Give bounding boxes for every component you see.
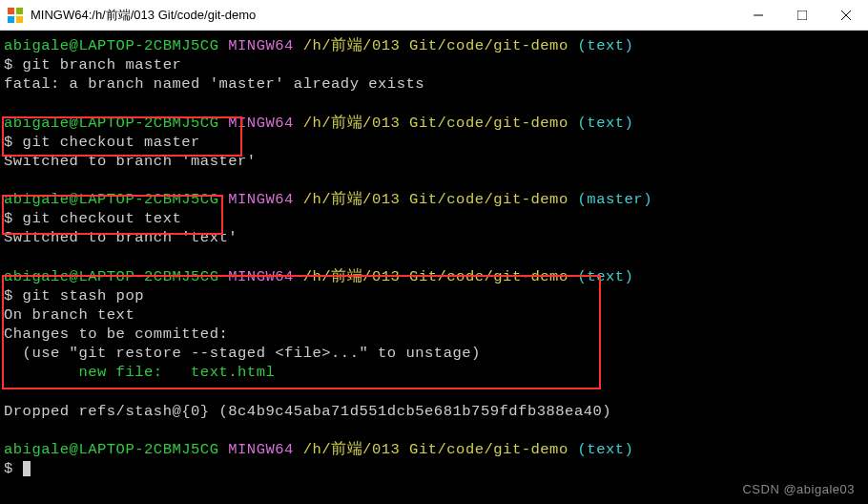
blank-line bbox=[4, 248, 864, 267]
user-host: abigale@LAPTOP-2CBMJ5CG bbox=[4, 37, 218, 54]
blank-line bbox=[4, 171, 864, 190]
path-text: /h/前端/013 Git/code/git-demo bbox=[303, 441, 568, 458]
command-line: $ git branch master bbox=[4, 55, 864, 74]
blank-line bbox=[4, 421, 864, 440]
svg-rect-3 bbox=[16, 16, 23, 23]
output-line: fatal: a branch named 'master' already e… bbox=[4, 74, 864, 94]
minimize-button[interactable] bbox=[736, 0, 780, 31]
svg-rect-2 bbox=[8, 16, 14, 23]
env-label: MINGW64 bbox=[228, 441, 294, 458]
blank-line bbox=[4, 94, 864, 113]
window-title: MINGW64:/h/前端/013 Git/code/git-demo bbox=[31, 7, 736, 24]
minimize-icon bbox=[754, 10, 763, 20]
branch-label: (master) bbox=[578, 191, 652, 208]
command-text: git branch master bbox=[23, 56, 182, 74]
svg-rect-1 bbox=[16, 8, 23, 14]
svg-rect-0 bbox=[8, 8, 14, 14]
close-icon bbox=[841, 10, 851, 20]
maximize-icon bbox=[797, 10, 807, 20]
highlight-box-1 bbox=[2, 116, 242, 157]
maximize-button[interactable] bbox=[780, 0, 824, 31]
cursor bbox=[23, 461, 31, 476]
command-line: $ bbox=[4, 459, 864, 478]
svg-rect-5 bbox=[797, 10, 807, 20]
env-label: MINGW64 bbox=[228, 37, 294, 54]
highlight-box-2 bbox=[2, 195, 223, 235]
terminal-body[interactable]: abigale@LAPTOP-2CBMJ5CG MINGW64 /h/前端/01… bbox=[0, 31, 868, 504]
prompt-line: abigale@LAPTOP-2CBMJ5CG MINGW64 /h/前端/01… bbox=[4, 36, 864, 55]
user-host: abigale@LAPTOP-2CBMJ5CG bbox=[4, 441, 218, 458]
branch-label: (text) bbox=[578, 115, 634, 132]
titlebar: MINGW64:/h/前端/013 Git/code/git-demo bbox=[0, 0, 868, 31]
prompt-dollar: $ bbox=[4, 460, 23, 477]
highlight-box-3 bbox=[2, 275, 601, 389]
path-text: /h/前端/013 Git/code/git-demo bbox=[303, 37, 568, 54]
close-button[interactable] bbox=[824, 0, 868, 31]
branch-label: (text) bbox=[578, 441, 634, 458]
window-controls bbox=[736, 0, 868, 31]
prompt-line: abigale@LAPTOP-2CBMJ5CG MINGW64 /h/前端/01… bbox=[4, 440, 864, 459]
watermark: CSDN @abigale03 bbox=[742, 482, 855, 498]
env-label: MINGW64 bbox=[228, 191, 294, 208]
output-line: Dropped refs/stash@{0} (8c4b9c45aba71d55… bbox=[4, 402, 864, 421]
mingw-icon bbox=[8, 8, 23, 23]
prompt-dollar: $ bbox=[4, 56, 23, 74]
path-text: /h/前端/013 Git/code/git-demo bbox=[303, 115, 568, 132]
path-text: /h/前端/013 Git/code/git-demo bbox=[303, 191, 568, 208]
branch-label: (text) bbox=[578, 37, 634, 54]
